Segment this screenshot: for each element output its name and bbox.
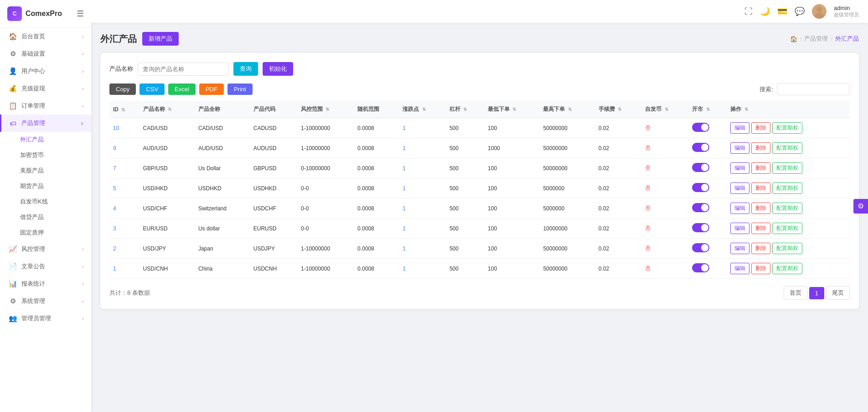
init-button[interactable]: 初始化 xyxy=(263,62,293,76)
cell-open[interactable] xyxy=(688,239,727,259)
sidebar-item-forex[interactable]: 外汇产品 xyxy=(0,132,91,147)
excel-button[interactable]: Excel xyxy=(168,83,196,95)
config-button[interactable]: 配置期权 xyxy=(772,223,802,234)
cell-open[interactable] xyxy=(688,198,727,219)
theme-icon[interactable]: 🌙 xyxy=(760,6,770,16)
cell-min-order: 100 xyxy=(484,219,539,239)
cell-open[interactable] xyxy=(688,118,727,138)
open-toggle[interactable] xyxy=(692,243,709,252)
pagination-info: 共计：8 条数据 xyxy=(109,289,150,297)
sidebar-item-announcement[interactable]: 📄 文章公告 ‹ xyxy=(0,258,91,275)
open-toggle[interactable] xyxy=(692,203,709,212)
sidebar-item-user-center[interactable]: 👤 用户中心 ‹ xyxy=(0,63,91,80)
wallet-icon[interactable]: 💳 xyxy=(777,6,787,16)
delete-button[interactable]: 删除 xyxy=(751,263,770,274)
toolbar-right: 搜索: xyxy=(760,83,850,95)
current-page-button[interactable]: 1 xyxy=(809,287,824,299)
edit-button[interactable]: 编辑 xyxy=(730,223,749,234)
logo-icon: C xyxy=(7,6,22,21)
breadcrumb-parent[interactable]: 产品管理 xyxy=(804,35,828,43)
delete-button[interactable]: 删除 xyxy=(751,142,770,154)
sidebar-item-report[interactable]: 📊 报表统计 ‹ xyxy=(0,275,91,292)
sidebar-item-risk[interactable]: 📈 风控管理 ‹ xyxy=(0,240,91,258)
sidebar-item-recharge[interactable]: 💰 充值提现 ‹ xyxy=(0,80,91,97)
sidebar-item-fixed[interactable]: 固定质押 xyxy=(0,225,91,240)
edit-button[interactable]: 编辑 xyxy=(730,243,749,254)
fullscreen-icon[interactable]: ⛶ xyxy=(744,7,753,16)
delete-button[interactable]: 删除 xyxy=(751,183,770,194)
cell-leverage: 500 xyxy=(446,259,484,279)
search-input[interactable] xyxy=(138,63,229,76)
edit-button[interactable]: 编辑 xyxy=(730,142,749,154)
toolbar-search-input[interactable] xyxy=(777,83,850,95)
last-page-button[interactable]: 尾页 xyxy=(826,286,850,300)
open-toggle[interactable] xyxy=(692,143,709,152)
float-settings-button[interactable]: ⚙ xyxy=(853,199,868,214)
futures-label: 期货产品 xyxy=(20,182,44,190)
cell-open[interactable] xyxy=(688,158,727,178)
menu-toggle-icon[interactable]: ☰ xyxy=(77,9,84,19)
sidebar-label-recharge: 充值提现 xyxy=(21,84,78,93)
cell-fee: 0.02 xyxy=(595,118,642,138)
edit-button[interactable]: 编辑 xyxy=(730,162,749,174)
config-button[interactable]: 配置期权 xyxy=(772,203,802,214)
sidebar-item-futures[interactable]: 期货产品 xyxy=(0,178,91,194)
cell-open[interactable] xyxy=(688,178,727,198)
delete-button[interactable]: 删除 xyxy=(751,243,770,254)
csv-button[interactable]: CSV xyxy=(140,83,165,95)
config-button[interactable]: 配置期权 xyxy=(772,142,802,154)
message-icon[interactable]: 💬 xyxy=(795,6,805,16)
cell-open[interactable] xyxy=(688,259,727,279)
print-button[interactable]: Print xyxy=(227,83,253,95)
cell-leverage: 500 xyxy=(446,178,484,198)
col-leverage: 杠杆 ⇅ xyxy=(446,101,484,118)
breadcrumb-home-icon: 🏠 xyxy=(790,36,797,42)
config-button[interactable]: 配置期权 xyxy=(772,122,802,134)
sidebar-item-order[interactable]: 📋 订单管理 ‹ xyxy=(0,97,91,115)
sidebar-item-us-stock[interactable]: 美股产品 xyxy=(0,163,91,178)
announcement-arrow: ‹ xyxy=(82,264,84,269)
open-toggle[interactable] xyxy=(692,223,709,232)
new-product-button[interactable]: 新增产品 xyxy=(142,32,179,46)
table-row: 1 USD/CNH China USDCNH 1-10000000 0.0008… xyxy=(109,259,850,279)
sidebar-item-crypto[interactable]: 加密货币 xyxy=(0,147,91,163)
search-button[interactable]: 查询 xyxy=(233,62,258,76)
edit-button[interactable]: 编辑 xyxy=(730,263,749,274)
product-arrow: ∨ xyxy=(80,120,84,126)
cell-name: EUR/USD xyxy=(140,219,195,239)
edit-button[interactable]: 编辑 xyxy=(730,203,749,214)
sidebar-item-self-coin[interactable]: 自发币K线 xyxy=(0,194,91,209)
open-toggle[interactable] xyxy=(692,183,709,192)
cell-random-range: 0.0008 xyxy=(354,198,399,219)
sidebar-item-loan[interactable]: 借贷产品 xyxy=(0,209,91,225)
config-button[interactable]: 配置期权 xyxy=(772,263,802,274)
cell-open[interactable] xyxy=(688,138,727,158)
config-button[interactable]: 配置期权 xyxy=(772,243,802,254)
sidebar-item-admin[interactable]: 👥 管理员管理 ‹ xyxy=(0,310,91,327)
config-button[interactable]: 配置期权 xyxy=(772,183,802,194)
sidebar-item-product[interactable]: 🏷 产品管理 ∨ xyxy=(0,115,91,132)
sidebar-item-basic-settings[interactable]: ⚙ 基础设置 ‹ xyxy=(0,45,91,63)
cell-open[interactable] xyxy=(688,219,727,239)
open-toggle[interactable] xyxy=(692,263,709,272)
crypto-label: 加密货币 xyxy=(20,151,44,159)
copy-button[interactable]: Copy xyxy=(109,83,136,95)
delete-button[interactable]: 删除 xyxy=(751,223,770,234)
cell-max-order: 50000000 xyxy=(539,118,594,138)
open-toggle[interactable] xyxy=(692,163,709,172)
edit-button[interactable]: 编辑 xyxy=(730,183,749,194)
delete-button[interactable]: 删除 xyxy=(751,203,770,214)
pdf-button[interactable]: PDF xyxy=(199,83,224,95)
cell-name: USD/CHF xyxy=(140,198,195,219)
main-content: ⛶ 🌙 💳 💬 admin 超级管理员 外汇产品 新增产品 🏠 / 产品管理 /… xyxy=(91,0,868,412)
first-page-button[interactable]: 首页 xyxy=(784,286,807,300)
edit-button[interactable]: 编辑 xyxy=(730,122,749,134)
config-button[interactable]: 配置期权 xyxy=(772,162,802,174)
sidebar-item-system[interactable]: ⚙ 系统管理 ‹ xyxy=(0,292,91,310)
cell-full-name: Us dollar xyxy=(195,219,250,239)
delete-button[interactable]: 删除 xyxy=(751,122,770,134)
sidebar-item-dashboard[interactable]: 🏠 后台首页 ‹ xyxy=(0,28,91,45)
open-toggle[interactable] xyxy=(692,123,709,132)
delete-button[interactable]: 删除 xyxy=(751,162,770,174)
col-code: 产品代码 xyxy=(250,101,297,118)
